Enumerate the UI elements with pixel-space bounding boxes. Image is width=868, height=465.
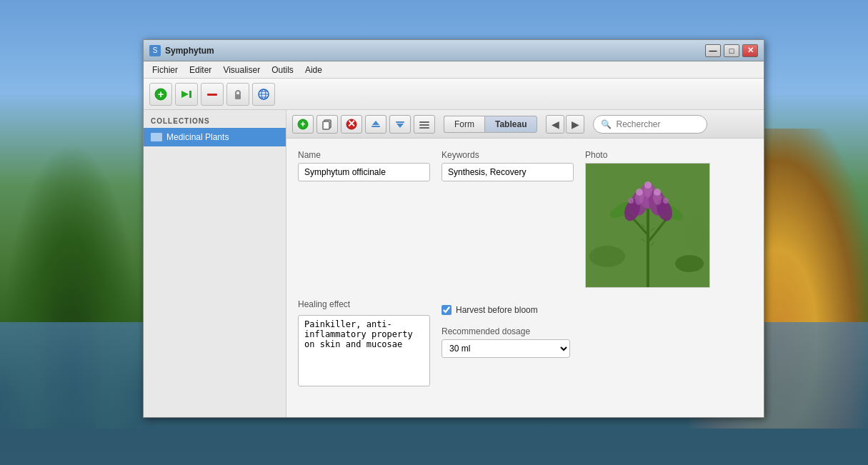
svg-point-38 xyxy=(636,189,643,196)
photo-field-group: Photo xyxy=(585,150,710,288)
export-button[interactable] xyxy=(389,115,411,134)
minimize-button[interactable]: — xyxy=(705,44,721,57)
menu-visualiser[interactable]: Visualiser xyxy=(217,64,266,76)
svg-point-42 xyxy=(663,198,669,204)
add-record-button[interactable]: + xyxy=(292,115,314,134)
harvest-checkbox-row: Harvest before bloom xyxy=(442,305,752,315)
search-input[interactable] xyxy=(616,119,699,129)
keywords-input[interactable] xyxy=(442,163,574,181)
import-button[interactable] xyxy=(365,115,386,134)
svg-rect-23 xyxy=(419,127,429,129)
view-toggle: Form Tableau xyxy=(444,116,537,133)
menubar: Fichier Editer Visualiser Outils Aide xyxy=(144,61,764,79)
close-button[interactable]: ✕ xyxy=(742,44,758,57)
window-title: Symphytum xyxy=(165,46,705,56)
copy-record-button[interactable] xyxy=(316,115,338,134)
toolbar-add-button[interactable]: + xyxy=(149,83,172,106)
record-toolbar: + ✕ Form Tableau xyxy=(286,110,764,139)
keywords-field-group: Keywords xyxy=(442,150,574,181)
menu-aide[interactable]: Aide xyxy=(299,64,328,76)
svg-point-47 xyxy=(589,246,625,267)
search-box: 🔍 xyxy=(593,115,707,134)
svg-text:✕: ✕ xyxy=(347,119,356,129)
dosage-select[interactable]: 30 ml 60 ml 10 ml 15 ml xyxy=(442,339,570,358)
form-row-2: Healing effect Painkiller, anti-inflamma… xyxy=(298,299,752,386)
svg-rect-5 xyxy=(235,94,241,99)
menu-fichier[interactable]: Fichier xyxy=(146,64,184,76)
toolbar-forward-button[interactable] xyxy=(175,83,198,106)
svg-text:+: + xyxy=(158,88,164,99)
healing-field-group: Healing effect Painkiller, anti-inflamma… xyxy=(298,299,430,386)
form-row-1: Name Keywords Photo xyxy=(298,150,752,288)
toolbar-delete-button[interactable] xyxy=(201,83,224,106)
collections-header: COLLECTIONS xyxy=(144,113,286,128)
main-content: COLLECTIONS Medicinal Plants + ✕ xyxy=(144,110,764,417)
healing-label: Healing effect xyxy=(298,299,430,309)
svg-marker-18 xyxy=(372,121,379,125)
svg-rect-19 xyxy=(396,121,404,123)
sidebar: COLLECTIONS Medicinal Plants xyxy=(144,110,286,417)
collection-icon xyxy=(151,133,162,141)
record-area: + ✕ Form Tableau xyxy=(286,110,764,417)
svg-rect-22 xyxy=(419,124,429,126)
next-button[interactable]: ▶ xyxy=(566,115,584,134)
svg-text:+: + xyxy=(300,119,305,129)
form-body: Name Keywords Photo xyxy=(286,139,764,417)
svg-marker-2 xyxy=(181,91,189,98)
search-icon: 🔍 xyxy=(601,119,612,129)
name-field-group: Name xyxy=(298,150,430,181)
prev-button[interactable]: ◀ xyxy=(546,115,564,134)
window-controls: — □ ✕ xyxy=(705,44,758,57)
photo-box[interactable] xyxy=(585,163,710,288)
svg-marker-20 xyxy=(396,124,404,128)
svg-rect-3 xyxy=(189,91,191,98)
healing-textarea[interactable]: Painkiller, anti-inflammatory property o… xyxy=(298,315,430,386)
form-view-button[interactable]: Form xyxy=(444,116,484,133)
tableau-view-button[interactable]: Tableau xyxy=(484,116,537,133)
sidebar-item-medicinal-plants[interactable]: Medicinal Plants xyxy=(144,128,286,146)
svg-rect-4 xyxy=(207,94,217,96)
plant-photo-svg xyxy=(586,164,710,288)
svg-point-48 xyxy=(675,255,704,272)
svg-point-40 xyxy=(654,189,661,196)
svg-point-41 xyxy=(628,198,634,204)
menu-outils[interactable]: Outils xyxy=(266,64,299,76)
keywords-label: Keywords xyxy=(442,150,574,160)
toolbar-globe-button[interactable] xyxy=(252,83,275,106)
svg-rect-21 xyxy=(419,121,429,123)
name-input[interactable] xyxy=(298,163,430,181)
app-icon-letter: S xyxy=(153,46,158,54)
svg-rect-17 xyxy=(371,126,380,127)
toolbar-lock-button[interactable] xyxy=(226,83,249,106)
svg-point-49 xyxy=(686,217,707,253)
harvest-label: Harvest before bloom xyxy=(456,305,538,315)
name-label: Name xyxy=(298,150,430,160)
titlebar: S Symphytum — □ ✕ xyxy=(144,40,764,61)
settings-button[interactable] xyxy=(414,115,435,134)
menu-editer[interactable]: Editer xyxy=(184,64,217,76)
collection-item-label: Medicinal Plants xyxy=(166,132,229,142)
main-toolbar: + xyxy=(144,79,764,110)
maximize-button[interactable]: □ xyxy=(724,44,739,57)
remove-record-button[interactable]: ✕ xyxy=(341,115,362,134)
harvest-checkbox[interactable] xyxy=(442,305,452,315)
svg-point-39 xyxy=(644,181,652,189)
app-icon: S xyxy=(149,45,161,56)
right-fields: Harvest before bloom Recommended dosage … xyxy=(442,299,752,358)
dosage-label: Recommended dosage xyxy=(442,326,752,336)
nav-buttons: ◀ ▶ xyxy=(546,115,584,134)
application-window: S Symphytum — □ ✕ Fichier Editer Visuali… xyxy=(143,39,764,418)
photo-label: Photo xyxy=(585,150,710,160)
svg-rect-14 xyxy=(323,121,329,129)
dosage-group: Recommended dosage 30 ml 60 ml 10 ml 15 … xyxy=(442,326,752,358)
